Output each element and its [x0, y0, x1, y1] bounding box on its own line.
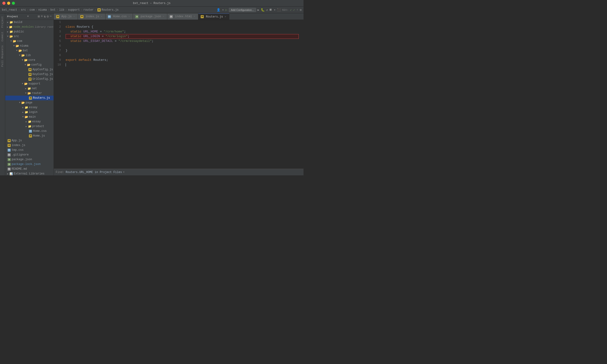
- sidebar-item-package-lock-json[interactable]: JS package-lock.json: [5, 162, 54, 167]
- sidebar-item-main[interactable]: ▼ 📂 main: [5, 115, 54, 119]
- window-title: bxt_react – Routers.js: [133, 2, 170, 5]
- sidebar-item-node-modules[interactable]: ▶ 📁 node_modules library root: [5, 25, 54, 29]
- tab-close-button[interactable]: ×: [224, 15, 227, 18]
- sidebar-item-lib[interactable]: ▼ 📂 lib: [5, 53, 54, 58]
- folder-open-icon: 📂: [16, 44, 19, 48]
- sidebar-item-essay2[interactable]: ▶ 📁 essay: [5, 119, 54, 124]
- maximize-button[interactable]: [12, 2, 15, 5]
- sidebar-item-app-js[interactable]: JS App.js: [5, 138, 54, 143]
- git-settings-icon[interactable]: ⚙: [300, 8, 302, 12]
- expand-icon[interactable]: ≡: [41, 14, 43, 18]
- run-arrow-icon[interactable]: ▷: [225, 8, 227, 12]
- sidebar-item-package-json[interactable]: JS package.json: [5, 157, 54, 162]
- minimize-button[interactable]: [7, 2, 10, 5]
- sidebar-item-bxt[interactable]: ▼ 📂 bxt: [5, 48, 54, 53]
- activity-commit[interactable]: Commit: [1, 31, 4, 41]
- folder-open-icon: 📂: [25, 115, 28, 119]
- tab-label: index.js: [85, 15, 99, 18]
- more-run-icon[interactable]: ▾: [274, 8, 276, 12]
- sidebar-item-config[interactable]: ▼ 📂 config: [5, 63, 54, 67]
- sidebar-item-build[interactable]: ▶ 📁 build: [5, 20, 54, 25]
- sidebar-item-index-js[interactable]: JS index.js: [5, 143, 54, 148]
- git-check2-icon[interactable]: ✓: [293, 8, 295, 12]
- sidebar-item-external-libraries[interactable]: ▶ 📊 External Libraries: [5, 171, 54, 175]
- sidebar-item-home-js[interactable]: JS Home.js: [5, 133, 54, 138]
- tab-home-css[interactable]: CS Home.css ×: [105, 13, 133, 20]
- git-check-icon[interactable]: ✓: [290, 8, 292, 12]
- folder-icon: 📁: [28, 125, 31, 128]
- breadcrumb[interactable]: bxt: [51, 8, 56, 12]
- breadcrumb[interactable]: com: [30, 8, 35, 12]
- sidebar-item-core[interactable]: ▼ 📂 core: [5, 58, 54, 63]
- minus-icon[interactable]: −: [50, 14, 52, 18]
- sort-icon[interactable]: ⇅: [44, 14, 46, 18]
- breadcrumb[interactable]: support: [68, 8, 80, 12]
- tab-close-button[interactable]: ×: [193, 15, 196, 18]
- sidebar-item-readme[interactable]: MD README.md: [5, 167, 54, 171]
- breadcrumb[interactable]: lib: [59, 8, 64, 12]
- expand-arrow: ▼: [18, 54, 21, 57]
- breadcrumb[interactable]: bxt_react: [2, 8, 17, 12]
- tab-index-html[interactable]: HT index.html ×: [167, 13, 198, 20]
- sidebar-item-router[interactable]: ▼ 📂 router: [5, 91, 54, 96]
- code-content[interactable]: class Routers { static URL_HOME = "/crm/…: [63, 20, 304, 169]
- folder-name: bxt: [23, 49, 28, 52]
- tab-close-button[interactable]: ×: [128, 15, 131, 18]
- sidebar-header-icons[interactable]: ⊞ ≡ ⇅ ⚙ −: [38, 14, 52, 18]
- folder-open-icon: 📂: [21, 54, 25, 57]
- activity-items: Project Commit Pull Requests: [1, 14, 4, 69]
- add-configuration-button[interactable]: Add Configuration...: [229, 8, 256, 12]
- sidebar-item-gitignore[interactable]: GI .gitignore: [5, 152, 54, 157]
- sidebar-item-routers-js[interactable]: JS Routers.js: [5, 96, 54, 100]
- folder-icon: 📁: [25, 111, 28, 114]
- person-icon[interactable]: 👤 ▾: [217, 8, 224, 12]
- debug-icon[interactable]: 🐛: [261, 8, 265, 12]
- expand-arrow: ▼: [12, 45, 16, 47]
- tab-close-button[interactable]: ×: [162, 15, 165, 18]
- play-icon[interactable]: ▶: [258, 8, 260, 12]
- code-editor[interactable]: 1 2 3 4 5 6 7 8 9 10 class Routers {: [54, 20, 304, 169]
- folder-name: config: [31, 63, 41, 66]
- activity-project[interactable]: Project: [1, 16, 4, 28]
- tab-close-button[interactable]: ×: [73, 15, 75, 18]
- folder-name: niuma: [20, 44, 28, 48]
- sidebar-item-public[interactable]: ▶ 📁 public: [5, 29, 54, 34]
- find-close-button[interactable]: ×: [123, 171, 125, 174]
- window-controls[interactable]: [2, 2, 15, 5]
- js-file-icon: JS: [29, 134, 32, 138]
- breadcrumb[interactable]: niuma: [38, 8, 47, 12]
- restart-icon[interactable]: ↺: [266, 8, 268, 12]
- stop-icon[interactable]: ⏹: [269, 8, 272, 12]
- sidebar-item-niuma[interactable]: ▼ 📂 niuma: [5, 44, 54, 48]
- breadcrumb[interactable]: router: [83, 8, 94, 12]
- sidebar-item-page[interactable]: ▼ 📂 page: [5, 100, 54, 105]
- close-button[interactable]: [2, 2, 5, 5]
- sidebar-item-home-css[interactable]: CS Home.css: [5, 129, 54, 133]
- git-push-icon[interactable]: ↑: [296, 8, 298, 12]
- sidebar-item-tmp-css[interactable]: CS tmp.css: [5, 148, 54, 152]
- tab-package-json[interactable]: JS package.json ×: [133, 13, 167, 20]
- folder-name: router: [32, 91, 42, 95]
- sidebar-item-login[interactable]: ▶ 📁 login: [5, 110, 54, 115]
- activity-pull-requests[interactable]: Pull Requests: [1, 45, 4, 67]
- collapse-icon[interactable]: ⊞: [38, 14, 40, 18]
- tab-app-js[interactable]: JS App.js ×: [54, 13, 78, 20]
- tab-routers-js[interactable]: JS Routers.js ×: [198, 13, 229, 20]
- sidebar-item-net[interactable]: ▶ 📁 net: [5, 86, 54, 91]
- sidebar-item-keyconfig[interactable]: JS KeyConfig.js: [5, 72, 54, 77]
- sidebar-item-product[interactable]: ▶ 📁 product: [5, 124, 54, 129]
- breadcrumb[interactable]: src: [21, 8, 26, 12]
- tab-close-button[interactable]: ×: [100, 15, 103, 18]
- coverage-icon[interactable]: ⬛: [277, 8, 281, 12]
- tab-index-js[interactable]: JS index.js ×: [78, 13, 105, 20]
- sidebar-item-support[interactable]: ▼ 📂 support: [5, 81, 54, 86]
- expand-arrow: ▶: [6, 21, 10, 24]
- sidebar-item-appconfig[interactable]: JS AppConfig.js: [5, 67, 54, 72]
- code-line-10: [66, 63, 304, 67]
- sidebar-item-urlconfig[interactable]: JS UrlConfig.js: [5, 77, 54, 81]
- sidebar-item-src[interactable]: ▼ 📂 src: [5, 34, 54, 39]
- settings-icon[interactable]: ⚙: [47, 14, 49, 18]
- sidebar-item-com[interactable]: ▼ 📂 com: [5, 39, 54, 44]
- activity-bar: Project Commit Pull Requests: [0, 13, 5, 175]
- sidebar-item-essay[interactable]: ▶ 📁 essay: [5, 105, 54, 110]
